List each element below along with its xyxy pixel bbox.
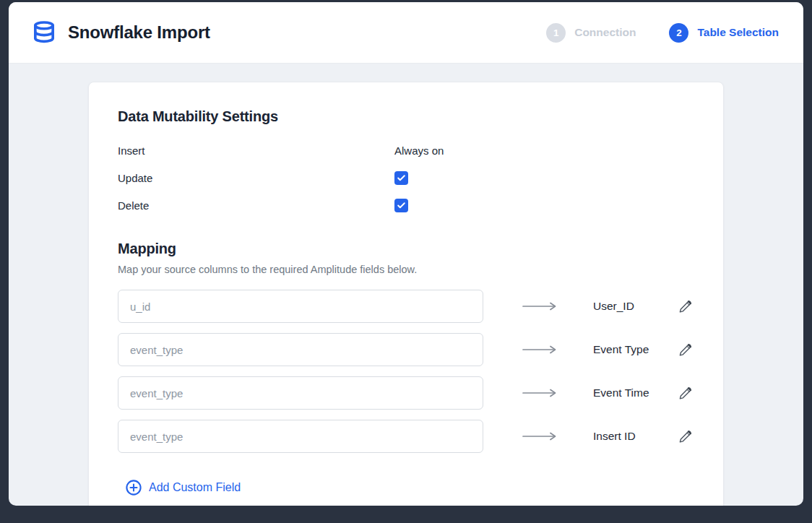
mutability-row-delete: Delete xyxy=(118,191,694,219)
right-arrow-icon xyxy=(522,432,557,441)
header-title-group: Snowflake Import xyxy=(32,20,210,45)
step-1-badge: 1 xyxy=(546,23,566,43)
dialog-body: Data Mutability Settings Insert Always o… xyxy=(9,64,803,506)
plus-circle-icon xyxy=(125,479,142,496)
mapping-section-title: Mapping xyxy=(118,241,694,257)
mapping-section: Mapping Map your source columns to the r… xyxy=(118,241,694,499)
target-field-label: Event Type xyxy=(593,343,678,356)
mapping-subtitle: Map your source columns to the required … xyxy=(118,264,694,275)
edit-field-button[interactable] xyxy=(678,386,693,400)
mapping-rows: User_ID Event Type xyxy=(118,290,694,453)
wizard-steps: 1 Connection 2 Table Selection xyxy=(546,23,779,43)
pencil-icon xyxy=(678,343,692,357)
mapping-row-user-id: User_ID xyxy=(118,290,694,323)
source-column-input-user-id[interactable] xyxy=(118,290,483,323)
update-label: Update xyxy=(118,172,394,184)
target-field-label: Insert ID xyxy=(593,430,678,443)
step-connection[interactable]: 1 Connection xyxy=(546,23,636,43)
checkmark-icon xyxy=(397,173,406,183)
target-field-label: User_ID xyxy=(593,300,678,313)
pencil-icon xyxy=(678,300,692,314)
mapping-row-event-type: Event Type xyxy=(118,333,694,366)
pencil-icon xyxy=(678,430,692,444)
step-1-label: Connection xyxy=(574,26,636,39)
mutability-rows: Insert Always on Update Delete xyxy=(118,137,694,219)
add-custom-field-label: Add Custom Field xyxy=(149,481,241,494)
right-arrow-icon xyxy=(522,389,557,397)
right-arrow-icon xyxy=(522,302,557,311)
settings-card: Data Mutability Settings Insert Always o… xyxy=(88,82,724,506)
database-icon xyxy=(32,20,56,45)
checkmark-icon xyxy=(397,201,406,210)
mutability-row-update: Update xyxy=(118,164,694,191)
edit-field-button[interactable] xyxy=(678,299,693,314)
edit-field-button[interactable] xyxy=(678,429,693,444)
right-arrow-icon xyxy=(522,345,557,354)
delete-label: Delete xyxy=(118,199,394,212)
add-custom-field-button[interactable]: Add Custom Field xyxy=(125,479,241,496)
edit-field-button[interactable] xyxy=(678,342,693,357)
source-column-input-event-type[interactable] xyxy=(118,333,483,366)
delete-checkbox[interactable] xyxy=(394,199,408,212)
step-table-selection[interactable]: 2 Table Selection xyxy=(669,23,779,43)
step-2-label: Table Selection xyxy=(697,26,779,39)
mutability-section-title: Data Mutability Settings xyxy=(118,108,694,125)
update-checkbox[interactable] xyxy=(394,171,408,185)
insert-label: Insert xyxy=(118,144,394,157)
mapping-row-insert-id: Insert ID xyxy=(118,420,694,453)
pencil-icon xyxy=(678,386,692,400)
source-column-input-insert-id[interactable] xyxy=(118,420,483,453)
mapping-row-event-time: Event Time xyxy=(118,376,694,410)
dialog-header: Snowflake Import 1 Connection 2 Table Se… xyxy=(9,2,803,64)
step-2-badge: 2 xyxy=(669,23,688,43)
target-field-label: Event Time xyxy=(593,386,678,399)
insert-value: Always on xyxy=(394,144,444,157)
import-dialog: Snowflake Import 1 Connection 2 Table Se… xyxy=(9,2,803,506)
page-title: Snowflake Import xyxy=(68,22,210,43)
source-column-input-event-time[interactable] xyxy=(118,376,483,410)
mutability-row-insert: Insert Always on xyxy=(118,137,694,164)
